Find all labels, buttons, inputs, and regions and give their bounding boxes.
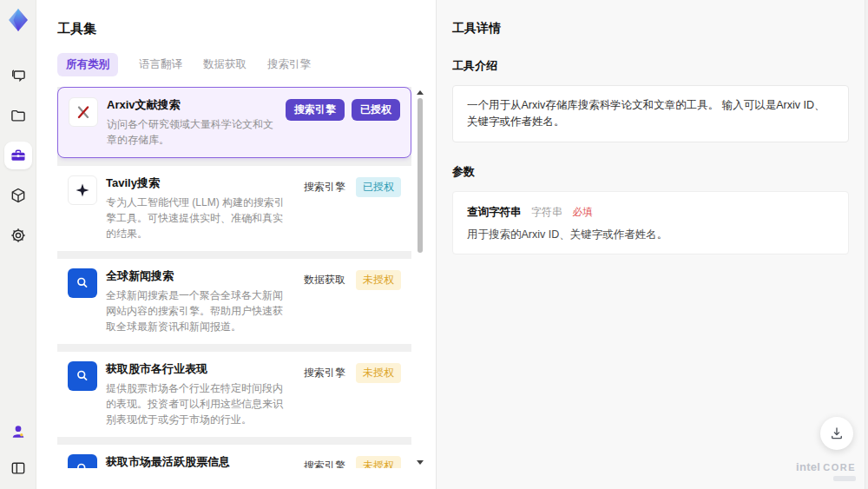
- detail-title: 工具详情: [452, 21, 849, 36]
- auth-status-badge: 已授权: [356, 177, 401, 197]
- blue-search-icon: [68, 454, 97, 468]
- param-type: 字符串: [531, 206, 562, 218]
- tool-name: 全球新闻搜索: [106, 268, 292, 284]
- param-required-label: 必填: [572, 207, 592, 217]
- list-scrollbar[interactable]: [415, 87, 425, 468]
- page-scrollbar[interactable]: [865, 0, 868, 489]
- tavily-star-icon: [68, 175, 97, 205]
- auth-status-badge: 未授权: [356, 456, 401, 468]
- intel-core-logo: intelCORE: [796, 459, 856, 481]
- category-tabs: 所有类别 语言翻译 数据获取 搜索引擎: [57, 53, 436, 76]
- tab-all-categories[interactable]: 所有类别: [57, 53, 118, 76]
- nav-files[interactable]: [4, 102, 32, 129]
- scroll-up-arrow-icon[interactable]: [417, 90, 424, 95]
- nav-packages[interactable]: [4, 182, 32, 209]
- nav-toolbox[interactable]: [4, 142, 32, 169]
- nav-collapse-panel[interactable]: [4, 454, 32, 482]
- settings-gear-icon: [10, 227, 27, 244]
- nav-settings[interactable]: [4, 221, 32, 249]
- package-icon: [10, 187, 27, 204]
- params-heading: 参数: [452, 164, 849, 180]
- category-tag: 数据获取: [300, 270, 349, 290]
- user-icon: [10, 423, 27, 440]
- scroll-down-arrow-icon[interactable]: [417, 460, 424, 465]
- param-name: 查询字符串: [467, 206, 522, 218]
- list-item-tavily-search[interactable]: Tavily搜索 专为人工智能代理 (LLM) 构建的搜索引擎工具。可快速提供实…: [57, 166, 411, 251]
- left-icon-rail: [0, 0, 36, 489]
- tool-description: 访问各个研究领域大量科学论文和文章的存储库。: [107, 116, 277, 148]
- param-description: 用于搜索的Arxiv ID、关键字或作者姓名。: [467, 228, 834, 242]
- tool-list-panel: 工具集 所有类别 语言翻译 数据获取 搜索引擎 Arxiv文献搜索 访问各个研究…: [36, 0, 436, 489]
- tool-name: 获取股市各行业表现: [106, 361, 292, 377]
- tool-name: Tavily搜索: [106, 175, 292, 191]
- tool-intro-text: 一个用于从Arxiv存储库搜索科学论文和文章的工具。 输入可以是Arxiv ID…: [452, 85, 849, 142]
- auth-status-badge: 未授权: [356, 363, 401, 383]
- panel-toggle-icon: [10, 459, 27, 477]
- list-item-sector-performance[interactable]: 获取股市各行业表现 提供股票市场各个行业在特定时间段内的表现。投资者可以利用这些…: [57, 352, 411, 437]
- tool-description: 全球新闻搜索是一个聚合全球各大新闻网站内容的搜索引擎。帮助用户快速获取全球最新资…: [106, 287, 292, 334]
- list-item-global-news-search[interactable]: 全球新闻搜索 全球新闻搜索是一个聚合全球各大新闻网站内容的搜索引擎。帮助用户快速…: [57, 259, 411, 344]
- folder-icon: [10, 107, 27, 124]
- brand-intel: intel: [796, 460, 820, 473]
- toolbox-icon: [10, 147, 27, 164]
- tab-language-translation[interactable]: 语言翻译: [139, 53, 182, 76]
- list-item-arxiv-search[interactable]: Arxiv文献搜索 访问各个研究领域大量科学论文和文章的存储库。 搜索引擎 已授…: [57, 87, 411, 158]
- auth-status-badge: 已授权: [352, 99, 400, 121]
- nav-chat[interactable]: [4, 62, 32, 89]
- rail-bottom: [4, 418, 32, 482]
- page-title: 工具集: [57, 21, 436, 37]
- category-tag: 搜索引擎: [300, 456, 349, 468]
- category-tag: 搜索引擎: [286, 99, 345, 121]
- category-tag: 搜索引擎: [300, 177, 349, 197]
- tool-description: 提供股票市场各个行业在特定时间段内的表现。投资者可以利用这些信息来识别表现优于或…: [106, 380, 292, 427]
- blue-search-icon: [68, 361, 97, 391]
- tool-detail-panel: 工具详情 工具介绍 一个用于从Arxiv存储库搜索科学论文和文章的工具。 输入可…: [436, 0, 868, 489]
- tool-cards: Arxiv文献搜索 访问各个研究领域大量科学论文和文章的存储库。 搜索引擎 已授…: [57, 87, 411, 468]
- tool-list-viewport: Arxiv文献搜索 访问各个研究领域大量科学论文和文章的存储库。 搜索引擎 已授…: [57, 87, 425, 468]
- auth-status-badge: 未授权: [356, 270, 401, 290]
- tool-name: Arxiv文献搜索: [107, 97, 277, 113]
- tab-search-engine[interactable]: 搜索引擎: [267, 53, 311, 76]
- rail-nav: [4, 62, 32, 249]
- tool-name: 获取市场最活跃股票信息: [106, 454, 292, 468]
- app-logo-icon: [6, 8, 30, 32]
- tab-data-fetching[interactable]: 数据获取: [203, 53, 247, 76]
- tool-description: 专为人工智能代理 (LLM) 构建的搜索引擎工具。可快速提供实时、准确和真实的结…: [106, 195, 292, 241]
- intro-heading: 工具介绍: [452, 58, 849, 74]
- download-icon: [829, 426, 845, 441]
- arxiv-icon: [69, 97, 98, 127]
- scrollbar-thumb[interactable]: [418, 98, 423, 253]
- brand-core: CORE: [823, 462, 856, 472]
- list-item-most-active-stocks[interactable]: 获取市场最活跃股票信息 提供当天交易量最高的股票列表，投资者可以利用这些信息来识…: [57, 445, 411, 468]
- chat-icon: [10, 67, 27, 84]
- blue-search-icon: [68, 268, 97, 298]
- nav-account[interactable]: [4, 418, 32, 446]
- brand-sub-mark: [833, 476, 856, 481]
- parameter-card: 查询字符串 字符串 必填 用于搜索的Arxiv ID、关键字或作者姓名。: [452, 191, 849, 254]
- category-tag: 搜索引擎: [300, 363, 349, 383]
- download-button[interactable]: [820, 417, 853, 450]
